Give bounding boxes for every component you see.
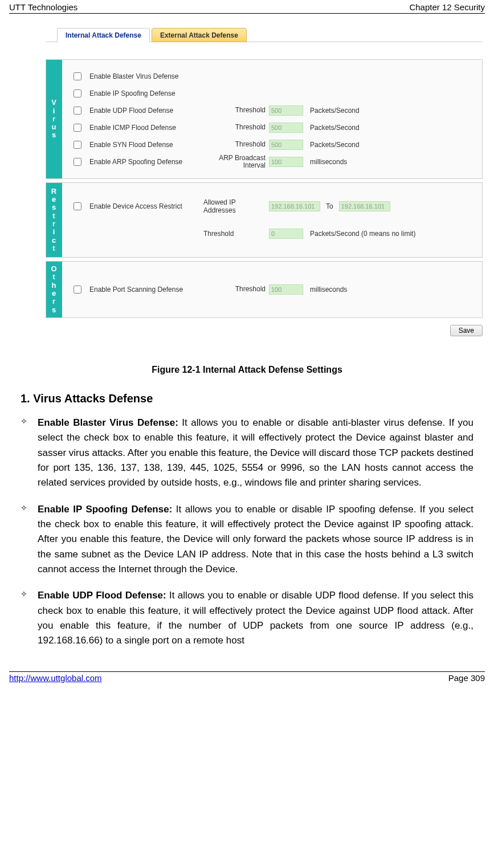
bullet-title-udpflood: Enable UDP Flood Defense:	[38, 590, 166, 601]
bullet-icon: ✧	[21, 502, 38, 577]
input-ip-from[interactable]	[269, 201, 320, 211]
label-port-scanning: Enable Port Scanning Defense	[89, 286, 218, 294]
section-heading: 1. Virus Attacks Defense	[21, 392, 473, 405]
bullet-icon: ✧	[21, 588, 38, 648]
panel-side-virus: Virus	[46, 60, 62, 178]
label-threshold-syn: Threshold	[218, 141, 269, 148]
input-portscan-threshold[interactable]	[269, 284, 303, 295]
input-icmp-threshold[interactable]	[269, 123, 303, 133]
label-arp-spoofing: Enable ARP Spoofing Defense	[89, 158, 218, 166]
panel-virus: Virus Enable Blaster Virus Defense Enabl…	[46, 59, 483, 179]
checkbox-arp-spoofing[interactable]	[74, 158, 81, 166]
checkbox-ip-spoofing[interactable]	[74, 89, 81, 97]
panel-side-others: Others	[46, 262, 62, 317]
checkbox-device-restrict[interactable]	[74, 202, 81, 210]
figure-caption: Figure 12-1 Internal Attack Defense Sett…	[0, 365, 494, 375]
input-ip-to[interactable]	[339, 201, 390, 211]
unit-udp: Packets/Second	[310, 107, 360, 115]
label-blaster-virus: Enable Blaster Virus Defense	[89, 72, 218, 80]
input-restrict-threshold[interactable]	[269, 229, 303, 239]
label-threshold-icmp: Threshold	[218, 124, 269, 131]
label-device-restrict: Enable Device Access Restrict	[89, 202, 203, 210]
header-rule	[9, 13, 485, 14]
bullet-title-ipspoof: Enable IP Spoofing Defense:	[38, 504, 172, 515]
bullet-udpflood: Enable UDP Flood Defense: It allows you …	[38, 588, 473, 648]
bullet-title-blaster: Enable Blaster Virus Defense:	[38, 417, 178, 428]
header-right: Chapter 12 Security	[409, 2, 485, 12]
checkbox-blaster-virus[interactable]	[74, 72, 81, 80]
input-arp-interval[interactable]	[269, 157, 303, 167]
save-button[interactable]: Save	[450, 325, 483, 336]
tab-internal-attack-defense[interactable]: Internal Attack Defense	[57, 28, 150, 42]
unit-arp: milliseconds	[310, 158, 347, 166]
label-to: To	[326, 202, 333, 210]
label-icmp-flood: Enable ICMP Flood Defense	[89, 124, 218, 132]
unit-syn: Packets/Second	[310, 141, 360, 149]
unit-portscan: milliseconds	[310, 286, 347, 294]
checkbox-port-scanning[interactable]	[74, 286, 81, 294]
tab-bar: Internal Attack Defense External Attack …	[46, 25, 483, 42]
label-allowed-ip: Allowed IP Addresses	[203, 198, 269, 214]
label-ip-spoofing: Enable IP Spoofing Defense	[89, 89, 218, 97]
checkbox-syn-flood[interactable]	[74, 141, 81, 149]
tab-external-attack-defense[interactable]: External Attack Defense	[152, 28, 247, 42]
checkbox-udp-flood[interactable]	[74, 107, 81, 115]
input-syn-threshold[interactable]	[269, 140, 303, 150]
label-threshold-portscan: Threshold	[218, 286, 269, 293]
checkbox-icmp-flood[interactable]	[74, 124, 81, 132]
label-arp-interval: ARP Broadcast Interval	[218, 154, 269, 169]
unit-icmp: Packets/Second	[310, 124, 360, 132]
input-udp-threshold[interactable]	[269, 105, 303, 116]
panel-others: Others Enable Port Scanning Defense Thre…	[46, 261, 483, 318]
figure-screenshot: Internal Attack Defense External Attack …	[46, 25, 483, 336]
panel-restrict: Restrict Enable Device Access Restrict A…	[46, 182, 483, 258]
footer-link[interactable]: http://www.uttglobal.com	[9, 673, 102, 683]
label-threshold-udp: Threshold	[218, 107, 269, 114]
label-restrict-threshold: Threshold	[203, 230, 269, 238]
footer-page: Page 309	[448, 673, 485, 683]
bullet-ipspoof: Enable IP Spoofing Defense: It allows yo…	[38, 502, 473, 577]
label-udp-flood: Enable UDP Flood Defense	[89, 107, 218, 115]
bullet-icon: ✧	[21, 415, 38, 491]
unit-restrict: Packets/Second (0 means no limit)	[310, 230, 415, 238]
header-left: UTT Technologies	[9, 2, 77, 12]
label-syn-flood: Enable SYN Flood Defense	[89, 141, 218, 149]
bullet-blaster: Enable Blaster Virus Defense: It allows …	[38, 415, 473, 491]
panel-side-restrict: Restrict	[46, 183, 62, 257]
